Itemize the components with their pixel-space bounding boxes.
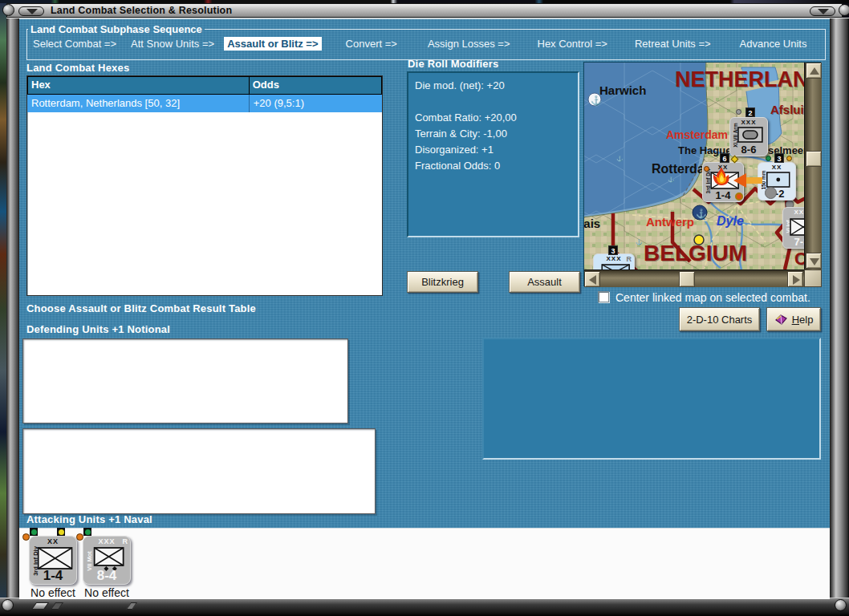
help-button-label: Help [792,314,814,326]
die-roll-modifiers-heading: Die Roll Modifiers [408,58,498,70]
stack-badge: 2 [745,107,755,117]
disorganized-marker-icon [735,192,743,201]
dialog-content: Land Combat Subphase Sequence Select Com… [19,18,830,598]
unit-marker-dot [704,166,709,172]
svg-text:⚓: ⚓ [616,155,624,162]
attacking-unit-counter[interactable]: XX 3rd Inf Div 1-4 [29,536,77,585]
map-label-amsterdam: Amsterdam [666,128,728,141]
column-header-hex: Hex [27,76,250,95]
unit-result-label: No effect [78,586,136,599]
table-header: Hex Odds [27,76,382,95]
modifier-line: Disorganized: +1 [415,142,571,158]
column-header-odds: Odds [250,76,382,95]
assault-button[interactable]: Assault [509,271,580,293]
counter-strength: 8-6 [730,144,767,156]
game-window: Land Combat Selection & Resolution Land … [0,0,849,616]
scroll-right-button[interactable] [787,271,803,287]
step-assault-or-blitz: Assault or Blitz => [224,37,321,51]
horizontal-scroll-thumb[interactable] [679,271,695,287]
attack-arrow-icon [733,172,764,189]
scroll-up-button[interactable] [806,63,822,79]
charts-button-label: 2-D-10 Charts [687,314,753,326]
window-menu-knob-icon[interactable] [2,4,14,16]
desktop-background-sliver [0,3,6,616]
svg-text:⚓: ⚓ [696,208,707,219]
modifier-line: Die mod. (net): +20 [415,78,571,94]
help-book-icon [774,314,788,326]
modifier-line: Combat Ratio: +20,00 [415,110,571,126]
scroll-down-button[interactable] [806,253,822,269]
modifier-line: Fractional Odds: 0 [415,158,571,174]
map-horizontal-scrollbar[interactable] [584,270,804,287]
step-convert: Convert => [343,37,400,51]
map-counter-reserve: XXX R [593,253,635,270]
map-label-dyle: Dyle [717,214,744,229]
stack-badge: 3 [608,245,618,255]
unit-result-label: No effect [24,586,82,599]
step-select-combat: Select Combat => [30,37,120,51]
status-dot-orange [22,533,30,541]
status-dot-yellow [57,528,65,536]
vertical-scroll-thumb[interactable] [806,151,822,167]
map-label-calais: Calais [584,217,600,230]
choose-crt-heading: Choose Assault or Blitz Combat Result Ta… [26,302,256,314]
armor-symbol-icon [737,127,763,143]
blitzkrieg-button[interactable]: Blitzkrieg [407,271,478,293]
svg-text:⚓: ⚓ [668,176,675,183]
secondary-units-list[interactable] [22,428,376,514]
center-map-checkbox[interactable] [598,291,609,302]
window-frame-right[interactable] [830,18,849,598]
status-dot-green [83,528,91,536]
charts-button[interactable]: 2-D-10 Charts [679,307,760,331]
stack-badge: 3 [774,153,784,163]
die-roll-modifiers-panel: Die mod. (net): +20 Combat Ratio: +20,00… [407,71,579,237]
combat-hexes-table[interactable]: Hex Odds Rotterdam, Netherlands [50, 32]… [26,75,383,296]
defending-units-list[interactable] [22,338,348,424]
scrollbar-corner [804,270,822,287]
attacking-units-panel: XX 3rd Inf Div 1-4 No effect XXX R VII M… [19,528,830,599]
result-display-panel [482,338,821,460]
map-label-afsluitdijk: Afsluit [770,103,804,116]
svg-text:⚓: ⚓ [636,238,643,245]
cell-hex[interactable]: Rotterdam, Netherlands [50, 32] [27,95,250,112]
infantry-symbol-icon [38,547,73,569]
counter-strength: 7-3 [783,236,804,248]
step-hex-control: Hex Control => [534,37,611,51]
window-shade-button[interactable] [18,6,44,16]
scroll-left-button[interactable] [584,271,600,287]
titlebar[interactable]: Land Combat Selection & Resolution [6,3,843,18]
subphase-legend: Land Combat Subphase Sequence [28,23,205,35]
subphase-steps: Select Combat => Att Snow Units => Assau… [27,37,825,51]
window-close-knob[interactable] [839,4,849,16]
counter-reorg-flag: R [627,255,632,263]
map-label-belgium: BELGIUM [644,241,747,266]
counter-strength: 1-4 [30,568,76,584]
help-button[interactable]: Help [766,307,821,331]
attacking-units-heading: Attacking Units +1 Naval [26,513,152,525]
linked-map-panel[interactable]: ⚔⚓⚓⚓ ⚓ ⚓ NETHERLAND Harwich Afsluit Amst… [583,62,821,286]
infantry-symbol-icon [790,218,804,236]
stack-badge: 6 [720,153,729,163]
infantry-symbol-icon [601,264,630,270]
window-title: Land Combat Selection & Resolution [51,5,232,16]
cell-odds[interactable]: +20 (9,5:1) [250,95,382,112]
defending-units-heading: Defending Units +1 Notional [26,323,170,335]
attacking-unit-counter[interactable]: XXX R VII Mot 8-4 [83,536,131,585]
window-frame-left[interactable] [6,18,19,598]
modifier-line [415,94,571,110]
map-label-harwich: Harwich [599,83,646,97]
window-maximize-button[interactable] [810,6,835,16]
map-viewport[interactable]: ⚔⚓⚓⚓ ⚓ ⚓ NETHERLAND Harwich Afsluit Amst… [584,63,804,270]
step-advance-units: Advance Units [737,37,810,51]
table-row-selected[interactable]: Rotterdam, Netherlands [50, 32] +20 (9,5… [27,95,382,112]
step-att-snow-units: Att Snow Units => [128,37,217,51]
map-label-ijsselmeer: selmeer [768,144,804,156]
window-resize-knob[interactable] [835,599,847,611]
window-resize-knob[interactable] [2,599,14,611]
center-map-checkbox-label: Center linked map on selected combat. [615,291,810,304]
counter-reorg-flag: R [123,537,128,545]
burning-flame-icon [711,166,732,187]
status-dot-green [30,528,38,536]
counter-strength: 4-2 [758,188,795,200]
map-vertical-scrollbar[interactable] [804,63,822,270]
